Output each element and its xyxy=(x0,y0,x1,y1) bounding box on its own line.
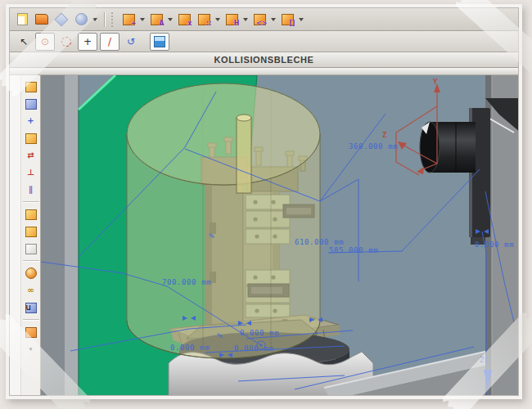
transform-move-icon: + xyxy=(123,14,135,25)
insert-block-icon xyxy=(25,99,37,110)
3d-viewport[interactable]: % % 360.000 mm 610.000 mm 585.000 mm 0.0… xyxy=(41,75,518,396)
dropdown-caret[interactable] xyxy=(271,18,276,21)
pattern-icon xyxy=(25,209,37,220)
toolbar-separator xyxy=(104,12,106,27)
transform-rotate-icon: <> xyxy=(254,14,266,25)
insert-block-button[interactable] xyxy=(24,97,38,111)
transform-copy-button[interactable]: :: xyxy=(195,11,213,28)
dropdown-caret[interactable] xyxy=(243,18,248,21)
duplicate-button[interactable] xyxy=(24,224,38,239)
cad-application-window: + A x :: H <> [] ↖ ⊙ + / ↺ KOLLISIONSBLE… xyxy=(9,7,519,396)
rotate-view-button[interactable]: ↺ xyxy=(122,34,140,50)
dimension-label-360: 360.000 mm xyxy=(349,142,398,151)
swap-direction-icon: ⇄ xyxy=(27,151,34,160)
open-catalog-button[interactable] xyxy=(33,11,51,28)
select-cursor-icon: ↖ xyxy=(20,37,28,47)
open-catalog-icon xyxy=(35,14,48,25)
point-cross-icon: + xyxy=(83,37,92,47)
point-tool-button[interactable]: + xyxy=(78,33,97,51)
y-axis-label: Y xyxy=(433,78,437,86)
line-tool-button[interactable]: / xyxy=(100,33,119,51)
dropdown-caret[interactable] xyxy=(168,18,173,21)
transform-align-button[interactable]: H xyxy=(223,11,241,28)
dropdown-caret[interactable] xyxy=(215,18,220,21)
sidebar-separator xyxy=(23,319,39,321)
machining-ring-icon xyxy=(25,267,37,279)
move-part-button[interactable] xyxy=(24,131,38,146)
photo-frame: + A x :: H <> [] ↖ ⊙ + / ↺ KOLLISIONSBLE… xyxy=(6,4,522,399)
sidebar-separator xyxy=(23,201,39,203)
transform-frame-button[interactable]: [] xyxy=(278,11,296,28)
ghost-blocks-icon xyxy=(25,244,37,254)
ghost-blocks-button[interactable] xyxy=(24,241,38,256)
z-axis-label: Z xyxy=(382,131,386,139)
transform-move-button[interactable]: + xyxy=(119,11,138,28)
add-point-button[interactable]: + xyxy=(24,114,38,128)
transform-align-icon: H xyxy=(226,14,238,25)
transform-delete-icon: x xyxy=(178,14,191,25)
rotate-view-icon: ↺ xyxy=(127,37,135,47)
perpendicular-icon: ⊥ xyxy=(27,169,34,177)
transform-mirror-button[interactable]: A xyxy=(147,11,165,28)
dimension-label-0-b: 0.000 mm xyxy=(170,344,210,352)
move-part-icon xyxy=(25,133,37,144)
perpendicular-button[interactable]: ⊥ xyxy=(24,165,38,180)
machine-scene: % % xyxy=(41,75,518,396)
document-title-bar[interactable]: KOLLISIONSBLECHE xyxy=(10,52,518,68)
draw-toolbar: ↖ ⊙ + / ↺ xyxy=(10,31,518,52)
list-stack-button[interactable]: u xyxy=(24,300,38,315)
dimension-label-585: 585.000 mm xyxy=(329,246,378,254)
transform-mirror-icon: A xyxy=(151,14,163,25)
hatch-icon: ∥ xyxy=(29,186,33,194)
swap-direction-button[interactable]: ⇄ xyxy=(24,148,38,163)
title-divider xyxy=(10,68,518,75)
transform-rotate-button[interactable]: <> xyxy=(250,11,268,28)
dimension-label-0-a: 0.000 mm xyxy=(240,329,279,337)
transform-copy-icon: :: xyxy=(198,14,210,25)
new-document-button[interactable] xyxy=(13,11,31,28)
sidebar-separator xyxy=(23,260,39,262)
link-chain-icon: ∞ xyxy=(27,286,34,294)
duplicate-icon xyxy=(25,227,37,237)
document-title: KOLLISIONSBLECHE xyxy=(214,55,313,65)
dimension-label-700: 700.000 mm xyxy=(162,278,211,286)
add-point-icon: + xyxy=(27,117,34,125)
machining-button[interactable] xyxy=(24,266,38,281)
transform-frame-icon: [] xyxy=(282,14,294,25)
dimension-label-0-right: 0.000 mm xyxy=(475,240,514,249)
cube-view-button[interactable] xyxy=(150,33,169,51)
toolbar-grip xyxy=(111,12,115,27)
list-stack-icon: u xyxy=(25,303,37,313)
pattern-button[interactable] xyxy=(24,207,38,222)
dropdown-caret[interactable] xyxy=(140,18,145,21)
dropdown-caret[interactable] xyxy=(299,18,304,21)
new-document-icon xyxy=(17,13,28,25)
hatch-button[interactable]: ∥ xyxy=(24,182,38,197)
link-chain-button[interactable]: ∞ xyxy=(24,283,38,298)
cube-3d-icon xyxy=(154,36,165,47)
dimension-label-610: 610.000 mm xyxy=(295,238,344,246)
dimension-label-0-c: 0.000 mm xyxy=(234,344,273,353)
transform-delete-button[interactable]: x xyxy=(175,11,193,28)
line-slash-icon: / xyxy=(108,37,111,47)
